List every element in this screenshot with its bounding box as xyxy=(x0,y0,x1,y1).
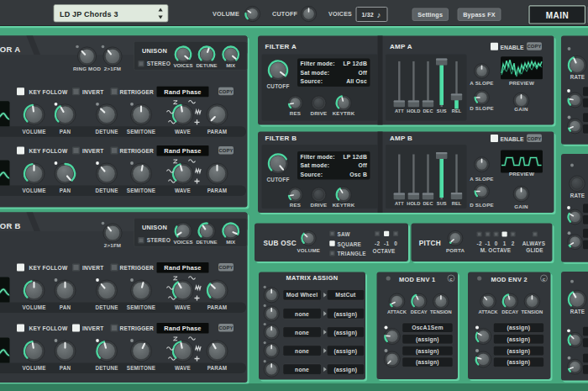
svg-text:MstCut: MstCut xyxy=(335,292,356,298)
svg-text:ENABLE: ENABLE xyxy=(501,136,524,142)
svg-text:ATTACK: ATTACK xyxy=(387,309,407,314)
svg-text:CUTOFF: CUTOFF xyxy=(272,10,298,18)
svg-text:LP 12dB: LP 12dB xyxy=(344,154,367,160)
svg-text:c: c xyxy=(449,277,453,282)
svg-text:Bypass FX: Bypass FX xyxy=(463,11,496,18)
svg-text:ATTACK: ATTACK xyxy=(479,309,499,314)
svg-text:PREVIEW: PREVIEW xyxy=(509,80,534,86)
svg-text:2>1FM: 2>1FM xyxy=(104,66,121,71)
svg-text:-1: -1 xyxy=(384,240,389,246)
svg-text:PARAM: PARAM xyxy=(207,365,228,371)
svg-text:ENABLE: ENABLE xyxy=(501,45,524,50)
svg-text:UNISON: UNISON xyxy=(142,47,167,55)
svg-text:RING MOD: RING MOD xyxy=(73,66,102,71)
svg-text:(assign): (assign) xyxy=(507,348,531,355)
svg-text:VOLUME: VOLUME xyxy=(297,247,320,253)
svg-text:c: c xyxy=(543,277,546,282)
svg-text:OSCILLATOR B: OSCILLATOR B xyxy=(0,221,21,230)
svg-text:DETUNE: DETUNE xyxy=(95,129,118,135)
svg-text:Rand Phase: Rand Phase xyxy=(164,325,201,332)
svg-text:Sat mode:: Sat mode: xyxy=(301,162,330,168)
svg-text:Rand Phase: Rand Phase xyxy=(164,264,201,272)
svg-text:CUTOFF: CUTOFF xyxy=(267,83,290,89)
svg-text:(assign): (assign) xyxy=(507,325,531,331)
svg-text:COPY: COPY xyxy=(219,265,234,270)
svg-text:PREVIEW: PREVIEW xyxy=(509,171,534,177)
svg-text:(assign): (assign) xyxy=(334,348,358,355)
svg-text:1/32: 1/32 xyxy=(362,12,374,18)
svg-text:(assign): (assign) xyxy=(334,311,358,318)
svg-text:KEY FOLLOW: KEY FOLLOW xyxy=(29,89,68,95)
svg-text:D SLOPE: D SLOPE xyxy=(470,105,494,111)
svg-text:OCTAVE: OCTAVE xyxy=(373,248,396,254)
svg-text:-2: -2 xyxy=(375,240,380,246)
svg-text:♪: ♪ xyxy=(377,10,381,19)
svg-text:PARAM: PARAM xyxy=(207,188,228,193)
svg-text:MIX: MIX xyxy=(226,239,236,245)
svg-text:none: none xyxy=(295,367,309,373)
svg-text:PAN: PAN xyxy=(60,365,71,371)
svg-text:PORTA: PORTA xyxy=(446,247,465,253)
svg-text:(assign): (assign) xyxy=(334,367,358,373)
svg-text:1: 1 xyxy=(503,240,507,246)
svg-text:RETRIGGER: RETRIGGER xyxy=(120,148,155,154)
svg-text:SUB OSC: SUB OSC xyxy=(264,240,297,247)
svg-text:DECAY: DECAY xyxy=(411,309,428,314)
svg-text:Rand Phase: Rand Phase xyxy=(164,147,201,155)
svg-text:DETUNE: DETUNE xyxy=(95,188,118,193)
svg-text:MOD ENV 2: MOD ENV 2 xyxy=(491,276,528,283)
svg-text:PAN: PAN xyxy=(60,304,71,310)
svg-text:CUTOFF: CUTOFF xyxy=(267,177,290,182)
svg-text:KEYTRK: KEYTRK xyxy=(333,202,355,208)
svg-text:0: 0 xyxy=(495,240,498,246)
svg-text:none: none xyxy=(295,311,309,317)
svg-text:INVERT: INVERT xyxy=(82,325,103,331)
svg-text:A SLOPE: A SLOPE xyxy=(470,80,493,86)
svg-text:WAVE: WAVE xyxy=(175,365,191,371)
svg-text:WAVE: WAVE xyxy=(175,304,191,310)
svg-text:Off: Off xyxy=(359,70,368,76)
svg-text:2>1FM: 2>1FM xyxy=(104,242,121,248)
svg-text:KEY FOLLOW: KEY FOLLOW xyxy=(29,148,68,154)
svg-text:SEMITONE: SEMITONE xyxy=(127,129,155,135)
svg-text:INVERT: INVERT xyxy=(82,265,103,271)
svg-text:SAW: SAW xyxy=(338,231,351,237)
svg-text:2: 2 xyxy=(512,240,515,246)
svg-text:SEMITONE: SEMITONE xyxy=(127,365,155,371)
svg-text:COPY: COPY xyxy=(528,44,542,49)
svg-text:(assign): (assign) xyxy=(334,330,358,336)
svg-text:REL: REL xyxy=(452,108,462,114)
svg-text:DEC: DEC xyxy=(423,201,433,206)
svg-text:Source:: Source: xyxy=(301,78,323,84)
svg-text:WAVE: WAVE xyxy=(175,188,191,193)
svg-text:PARAM: PARAM xyxy=(207,304,228,310)
svg-text:VOLUME: VOLUME xyxy=(22,304,45,310)
svg-text:(assign): (assign) xyxy=(416,359,439,366)
svg-text:Sat mode:: Sat mode: xyxy=(301,70,330,76)
svg-text:STEREO: STEREO xyxy=(147,237,171,243)
svg-text:STEREO: STEREO xyxy=(147,61,171,66)
svg-text:RETRIGGER: RETRIGGER xyxy=(120,325,155,331)
svg-text:none: none xyxy=(295,348,309,354)
svg-text:DETUNE: DETUNE xyxy=(196,62,217,68)
svg-text:Off: Off xyxy=(359,162,368,168)
svg-text:KEYTRK: KEYTRK xyxy=(333,110,355,116)
svg-text:Source:: Source: xyxy=(301,172,323,177)
svg-text:HOLD: HOLD xyxy=(407,201,420,206)
svg-text:DRIVE: DRIVE xyxy=(311,110,328,116)
svg-text:RATE: RATE xyxy=(570,74,585,80)
svg-text:RETRIGGER: RETRIGGER xyxy=(120,265,155,271)
svg-text:GAIN: GAIN xyxy=(514,106,528,112)
svg-text:(assign): (assign) xyxy=(507,359,531,366)
svg-text:COPY: COPY xyxy=(219,325,234,330)
svg-text:PAN: PAN xyxy=(60,129,71,135)
svg-text:RATE: RATE xyxy=(570,309,585,314)
svg-text:GAIN: GAIN xyxy=(514,203,528,209)
svg-text:Osc B: Osc B xyxy=(349,172,367,177)
svg-text:DRIVE: DRIVE xyxy=(311,202,328,208)
svg-text:VOICES: VOICES xyxy=(328,11,352,18)
svg-text:GLIDE: GLIDE xyxy=(526,247,543,253)
svg-text:RATE: RATE xyxy=(570,193,585,198)
svg-text:PAN: PAN xyxy=(60,188,71,193)
svg-text:FILTER A: FILTER A xyxy=(265,43,297,50)
